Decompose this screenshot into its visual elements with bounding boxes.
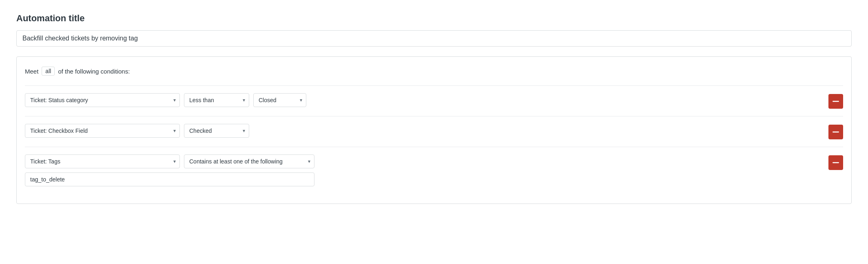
condition-1-operator-select[interactable]: Less than Greater than Equal to xyxy=(184,93,249,107)
conditions-container: Meet all of the following conditions: Ti… xyxy=(16,56,852,204)
svg-rect-0 xyxy=(833,101,839,102)
condition-1-fields: Ticket: Status category ▾ Less than Grea… xyxy=(25,93,824,107)
meet-qualifier-badge[interactable]: all xyxy=(42,67,55,76)
condition-2-fields: Ticket: Checkbox Field ▾ Checked Uncheck… xyxy=(25,124,824,138)
condition-row-3: Ticket: Tags ▾ Contains at least one of … xyxy=(25,147,843,194)
condition-1-operator-wrapper: Less than Greater than Equal to ▾ xyxy=(184,93,249,107)
meet-row: Meet all of the following conditions: xyxy=(25,67,843,76)
condition-3-fields: Ticket: Tags ▾ Contains at least one of … xyxy=(25,154,314,186)
condition-1-field-wrapper: Ticket: Status category ▾ xyxy=(25,93,180,107)
minus-icon-3 xyxy=(833,159,839,166)
meet-text-before: Meet xyxy=(25,68,38,75)
condition-row-2: Ticket: Checkbox Field ▾ Checked Uncheck… xyxy=(25,116,843,147)
condition-1-field-select[interactable]: Ticket: Status category xyxy=(25,93,180,107)
condition-3-top-row: Ticket: Tags ▾ Contains at least one of … xyxy=(25,154,314,168)
page-wrapper: Automation title Meet all of the followi… xyxy=(16,13,852,204)
meet-text-after: of the following conditions: xyxy=(58,68,130,75)
automation-title-input[interactable] xyxy=(16,30,852,47)
condition-3-remove-button[interactable] xyxy=(828,155,843,170)
condition-2-field-select[interactable]: Ticket: Checkbox Field xyxy=(25,124,180,138)
condition-3-tag-input[interactable] xyxy=(25,172,314,186)
svg-rect-1 xyxy=(833,132,839,132)
condition-3-field-select[interactable]: Ticket: Tags xyxy=(25,154,180,168)
minus-icon xyxy=(833,98,839,105)
condition-3-operator-wrapper: Contains at least one of the following C… xyxy=(184,154,314,168)
condition-2-field-wrapper: Ticket: Checkbox Field ▾ xyxy=(25,124,180,138)
automation-title-label: Automation title xyxy=(16,13,852,24)
condition-3-field-wrapper: Ticket: Tags ▾ xyxy=(25,154,180,168)
svg-rect-2 xyxy=(833,162,839,163)
condition-2-operator-select[interactable]: Checked Unchecked xyxy=(184,124,249,138)
condition-2-operator-wrapper: Checked Unchecked ▾ xyxy=(184,124,249,138)
minus-icon-2 xyxy=(833,129,839,135)
condition-2-remove-button[interactable] xyxy=(828,125,843,139)
condition-1-value-select[interactable]: Closed Open Pending On-hold xyxy=(253,93,306,107)
condition-1-value-wrapper: Closed Open Pending On-hold ▾ xyxy=(253,93,306,107)
condition-3-operator-select[interactable]: Contains at least one of the following C… xyxy=(184,154,314,168)
condition-1-remove-button[interactable] xyxy=(828,94,843,109)
condition-row-1: Ticket: Status category ▾ Less than Grea… xyxy=(25,85,843,116)
